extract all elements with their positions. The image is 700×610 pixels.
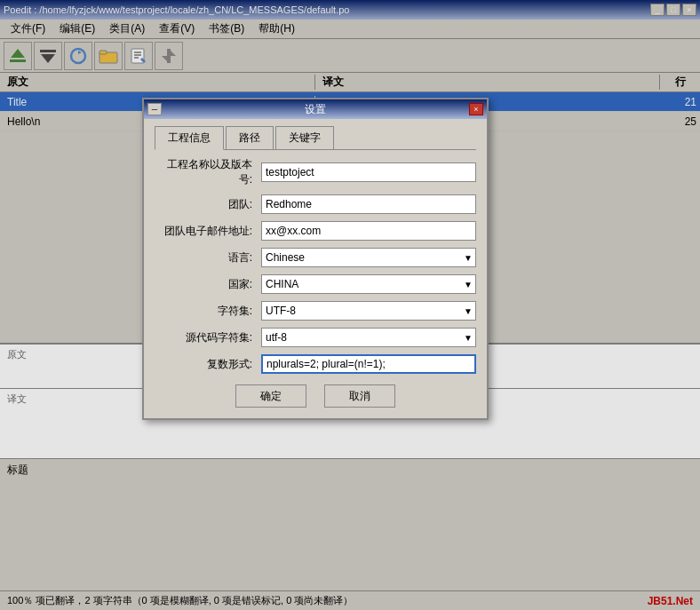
confirm-button[interactable]: 确定 bbox=[235, 384, 306, 408]
country-control: CHINA ▼ bbox=[261, 274, 476, 294]
tab-path[interactable]: 路径 bbox=[226, 126, 274, 149]
language-select[interactable]: Chinese bbox=[261, 248, 476, 267]
project-name-control bbox=[261, 162, 476, 182]
email-control bbox=[261, 221, 476, 241]
dialog-content: 工程信息 路径 关键字 工程名称以及版本号: 团队: 团队电子邮件地址: bbox=[144, 119, 487, 418]
country-select[interactable]: CHINA bbox=[261, 274, 476, 294]
cancel-button[interactable]: 取消 bbox=[324, 384, 395, 408]
email-input[interactable] bbox=[261, 221, 476, 241]
plural-control bbox=[261, 354, 476, 374]
tab-bar: 工程信息 路径 关键字 bbox=[155, 126, 476, 150]
form-row-source-charset: 源代码字符集: utf-8 ▼ bbox=[155, 328, 476, 347]
source-charset-control: utf-8 ▼ bbox=[261, 328, 476, 347]
form-row-project-name: 工程名称以及版本号: bbox=[155, 157, 476, 187]
charset-select-wrapper: UTF-8 ▼ bbox=[261, 301, 476, 321]
team-control bbox=[261, 194, 476, 214]
dialog-close-button[interactable]: × bbox=[469, 103, 483, 115]
project-name-input[interactable] bbox=[261, 162, 476, 182]
form-row-country: 国家: CHINA ▼ bbox=[155, 274, 476, 294]
language-label: 语言: bbox=[155, 250, 261, 265]
charset-control: UTF-8 ▼ bbox=[261, 301, 476, 321]
team-input[interactable] bbox=[261, 194, 476, 214]
project-name-label: 工程名称以及版本号: bbox=[155, 157, 261, 187]
form-row-plural: 复数形式: bbox=[155, 354, 476, 374]
source-charset-label: 源代码字符集: bbox=[155, 330, 261, 345]
tab-project-info[interactable]: 工程信息 bbox=[155, 126, 224, 150]
email-label: 团队电子邮件地址: bbox=[155, 224, 261, 239]
form-row-language: 语言: Chinese ▼ bbox=[155, 248, 476, 267]
plural-label: 复数形式: bbox=[155, 357, 261, 372]
language-select-wrapper: Chinese ▼ bbox=[261, 248, 476, 267]
source-charset-select[interactable]: utf-8 bbox=[261, 328, 476, 347]
dialog-title: 设置 bbox=[162, 102, 469, 117]
team-label: 团队: bbox=[155, 197, 261, 212]
tab-keyword[interactable]: 关键字 bbox=[275, 126, 334, 149]
charset-label: 字符集: bbox=[155, 304, 261, 319]
language-control: Chinese ▼ bbox=[261, 248, 476, 267]
dialog-minimize-button[interactable]: ─ bbox=[147, 103, 162, 115]
form-row-email: 团队电子邮件地址: bbox=[155, 221, 476, 241]
form-row-charset: 字符集: UTF-8 ▼ bbox=[155, 301, 476, 321]
country-label: 国家: bbox=[155, 277, 261, 292]
dialog-buttons: 确定 取消 bbox=[155, 384, 476, 408]
form-row-team: 团队: bbox=[155, 194, 476, 214]
settings-dialog: ─ 设置 × 工程信息 路径 关键字 工程名称以及版本号: 团队: bbox=[142, 98, 489, 420]
source-charset-select-wrapper: utf-8 ▼ bbox=[261, 328, 476, 347]
dialog-titlebar: ─ 设置 × bbox=[144, 99, 487, 119]
charset-select[interactable]: UTF-8 bbox=[261, 301, 476, 321]
modal-overlay: ─ 设置 × 工程信息 路径 关键字 工程名称以及版本号: 团队: bbox=[0, 0, 700, 610]
plural-input[interactable] bbox=[261, 354, 476, 374]
country-select-wrapper: CHINA ▼ bbox=[261, 274, 476, 294]
